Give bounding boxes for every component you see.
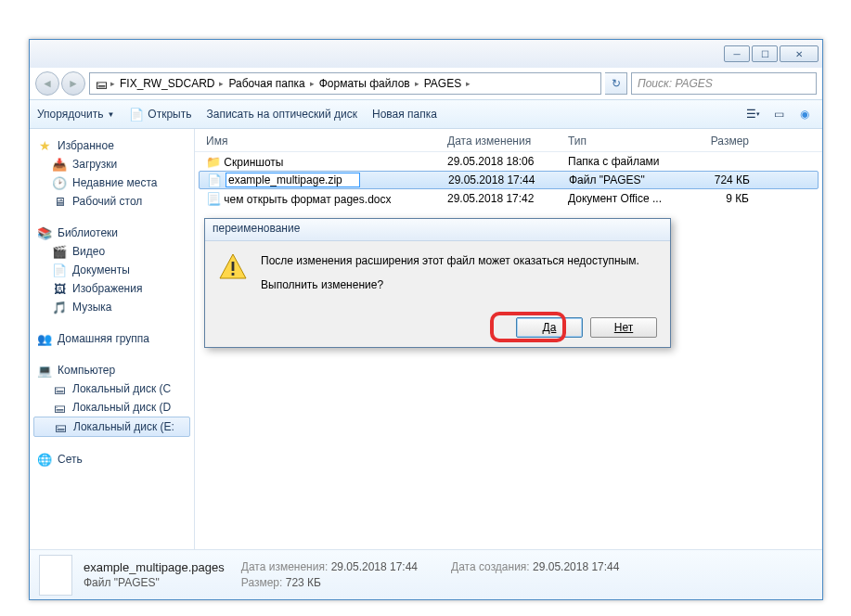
chevron-down-icon: ▼ xyxy=(107,110,114,119)
docx-icon: 📃 xyxy=(206,191,221,206)
libraries-icon: 📚 xyxy=(37,225,52,240)
drive-icon: 🖴 xyxy=(53,419,68,434)
sidebar-item[interactable]: 🖼Изображения xyxy=(33,279,190,298)
column-type[interactable]: Тип xyxy=(568,135,689,148)
file-thumbnail xyxy=(39,555,72,596)
details-filename: example_multipage.pages xyxy=(84,560,225,574)
network-icon: 🌐 xyxy=(37,452,52,467)
dialog-text: После изменения расширения этот файл мож… xyxy=(261,252,639,293)
computer-icon: 💻 xyxy=(37,363,52,378)
search-input[interactable]: Поиск: PAGES xyxy=(631,72,817,95)
sidebar-item[interactable]: 🖴Локальный диск (D xyxy=(33,398,190,417)
newfolder-button[interactable]: Новая папка xyxy=(372,108,437,121)
help-button[interactable]: ◉ xyxy=(794,106,815,122)
sidebar-item[interactable]: 📥Загрузки xyxy=(33,155,190,173)
breadcrumb[interactable]: Форматы файлов xyxy=(316,77,413,90)
refresh-button[interactable]: ↻ xyxy=(605,72,627,95)
desktop-icon: 🖥 xyxy=(52,194,67,209)
rename-dialog: переименование После изменения расширени… xyxy=(204,218,671,348)
pictures-icon: 🖼 xyxy=(52,281,67,296)
sidebar-item[interactable]: 📄Документы xyxy=(33,261,190,279)
column-date[interactable]: Дата изменения xyxy=(447,135,568,148)
open-button[interactable]: 📄 Открыть xyxy=(129,107,191,122)
organize-menu[interactable]: Упорядочить ▼ xyxy=(37,108,114,121)
computer-header[interactable]: 💻Компьютер xyxy=(33,361,190,379)
preview-pane-button[interactable]: ▭ xyxy=(768,106,789,122)
network-header[interactable]: 🌐Сеть xyxy=(33,450,190,468)
drive-icon: 🖴 xyxy=(94,76,109,91)
chevron-right-icon: ▸ xyxy=(219,79,224,88)
documents-icon: 📄 xyxy=(52,263,67,277)
libraries-header[interactable]: 📚Библиотеки xyxy=(33,224,190,242)
folder-icon: 📁 xyxy=(206,154,221,169)
file-row[interactable]: 📄 29.05.2018 17:44 Файл "PAGES" 724 КБ xyxy=(199,171,819,189)
burn-label: Записать на оптический диск xyxy=(206,108,357,121)
no-button[interactable]: Нет xyxy=(590,317,657,338)
recent-icon: 🕑 xyxy=(52,175,67,190)
details-filetype: Файл "PAGES" xyxy=(84,576,225,589)
file-row[interactable]: 📁 Скриншоты 29.05.2018 18:06 Папка с фай… xyxy=(195,152,822,171)
homegroup-icon: 👥 xyxy=(37,331,52,346)
nav-back-button[interactable]: ◄ xyxy=(35,71,59,96)
file-icon: 📄 xyxy=(207,173,222,187)
drive-icon: 🖴 xyxy=(52,381,67,396)
chevron-right-icon: ▸ xyxy=(310,79,315,88)
address-bar[interactable]: 🖴 ▸ FIX_RW_SDCARD ▸ Рабочая папка ▸ Форм… xyxy=(89,72,601,95)
open-label: Открыть xyxy=(148,108,191,121)
chevron-right-icon: ▸ xyxy=(110,79,115,88)
chevron-right-icon: ▸ xyxy=(415,79,419,88)
nav-forward-button[interactable]: ► xyxy=(61,71,85,96)
rename-input[interactable] xyxy=(226,173,360,187)
address-row: ◄ ► 🖴 ▸ FIX_RW_SDCARD ▸ Рабочая папка ▸ … xyxy=(30,68,822,99)
column-name[interactable]: Имя xyxy=(206,135,447,148)
downloads-icon: 📥 xyxy=(52,157,67,172)
sidebar-item[interactable]: 🎵Музыка xyxy=(33,298,190,316)
navigation-pane: Избранное 📥Загрузки 🕑Недавние места 🖥Раб… xyxy=(30,129,195,549)
column-size[interactable]: Размер xyxy=(689,135,749,148)
newfolder-label: Новая папка xyxy=(372,108,437,121)
minimize-button[interactable]: ─ xyxy=(724,45,750,62)
explorer-window: ─ ☐ ✕ ◄ ► 🖴 ▸ FIX_RW_SDCARD ▸ Рабочая па… xyxy=(29,39,823,600)
burn-button[interactable]: Записать на оптический диск xyxy=(206,108,357,121)
breadcrumb[interactable]: PAGES xyxy=(421,77,464,90)
details-pane: example_multipage.pages Дата изменения: … xyxy=(30,549,822,599)
file-icon: 📄 xyxy=(129,107,144,122)
close-button[interactable]: ✕ xyxy=(780,45,819,62)
video-icon: 🎬 xyxy=(52,244,67,259)
sidebar-item[interactable]: 🖴Локальный диск (C xyxy=(33,379,190,398)
warning-icon xyxy=(218,252,248,282)
sidebar-item[interactable]: 🖥Рабочий стол xyxy=(33,192,190,211)
sidebar-item[interactable]: 🕑Недавние места xyxy=(33,173,190,192)
sidebar-item[interactable]: 🖴Локальный диск (E: xyxy=(33,417,190,437)
breadcrumb[interactable]: Рабочая папка xyxy=(226,77,307,90)
homegroup-header[interactable]: 👥Домашняя группа xyxy=(33,329,190,348)
svg-rect-2 xyxy=(232,273,235,276)
toolbar: Упорядочить ▼ 📄 Открыть Записать на опти… xyxy=(30,99,822,129)
search-placeholder: Поиск: PAGES xyxy=(638,77,713,90)
music-icon: 🎵 xyxy=(52,300,67,314)
organize-label: Упорядочить xyxy=(37,108,103,121)
titlebar: ─ ☐ ✕ xyxy=(30,40,822,68)
breadcrumb[interactable]: FIX_RW_SDCARD xyxy=(117,77,217,90)
drive-icon: 🖴 xyxy=(52,400,67,415)
maximize-button[interactable]: ☐ xyxy=(752,45,778,62)
star-icon xyxy=(37,138,52,153)
favorites-header[interactable]: Избранное xyxy=(33,136,190,155)
chevron-right-icon: ▸ xyxy=(466,79,471,88)
sidebar-item[interactable]: 🎬Видео xyxy=(33,242,190,261)
dialog-title: переименование xyxy=(205,219,670,241)
svg-rect-1 xyxy=(232,262,235,271)
column-headers[interactable]: Имя Дата изменения Тип Размер xyxy=(195,129,822,152)
file-row[interactable]: 📃 чем открыть формат pages.docx 29.05.20… xyxy=(195,189,822,208)
view-menu[interactable]: ☰▾ xyxy=(742,106,763,122)
yes-button[interactable]: Да xyxy=(516,317,583,338)
